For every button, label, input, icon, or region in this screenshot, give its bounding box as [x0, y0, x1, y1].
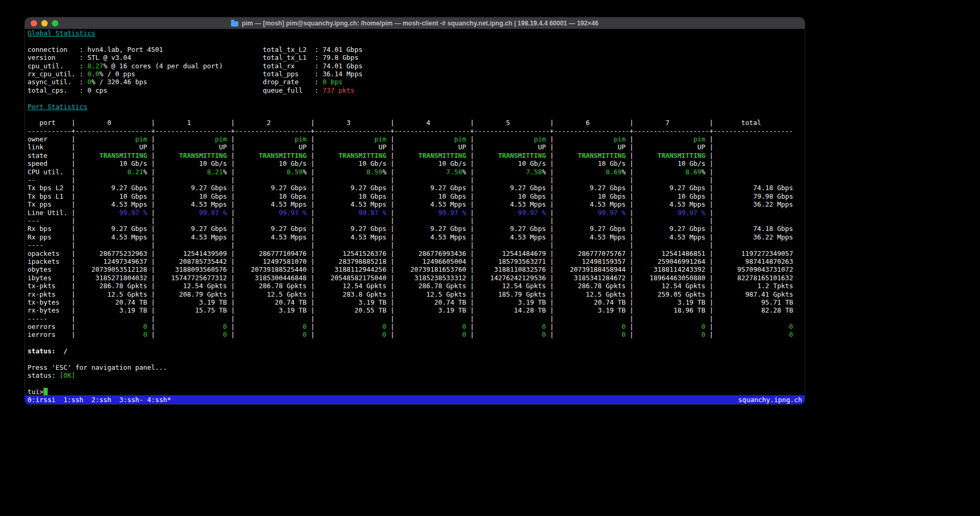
- cell-value: 18.96 TB: [673, 306, 705, 314]
- column-separator: |: [466, 290, 474, 298]
- column-separator: |: [227, 265, 235, 273]
- column-separator: |: [386, 282, 394, 290]
- cell-value: 10 Gbps: [199, 192, 227, 200]
- port-stats-row: CPU util. | 8.21% | 8.21% | 8.59% | 8.59…: [28, 168, 802, 176]
- column-separator: |: [466, 323, 474, 331]
- column-separator: |: [546, 290, 554, 298]
- row-label: speed: [28, 159, 72, 167]
- column-separator: |: [626, 217, 634, 225]
- blank-line: [28, 111, 802, 119]
- cell-value: 36.22 Mpps: [753, 200, 793, 208]
- cell-value: 15747725677312: [171, 274, 227, 282]
- column-separator: |: [546, 298, 554, 306]
- column-separator: |: [546, 176, 554, 184]
- cell-value: 82278165101632: [737, 274, 793, 282]
- column-separator: |: [307, 250, 315, 257]
- port-stats-row: ierrors | 0 | 0 | 0 | 0 | 0 | 0 | 0 | 0 …: [28, 331, 802, 339]
- port-stats-row: Rx pps | 4.53 Mpps | 4.53 Mpps | 4.53 Mp…: [28, 233, 802, 241]
- cell-value: %: [462, 168, 466, 176]
- column-separator: |: [227, 274, 235, 282]
- column-header: 7: [634, 119, 705, 127]
- cell-value: 9.27 Gbps: [271, 184, 307, 192]
- cell-value: 9.27 Gbps: [670, 225, 706, 233]
- port-stats-row: rx-pkts | 12.5 Gpkts | 208.79 Gpkts | 12…: [28, 290, 802, 298]
- column-separator: |: [706, 315, 714, 323]
- prompt-line[interactable]: tui>: [28, 388, 802, 395]
- status-ok-value: [OK]: [59, 371, 75, 379]
- cell-value: pim: [534, 135, 546, 143]
- tmux-window-item[interactable]: 1:ssh: [64, 396, 87, 404]
- cell-value: 9.27 Gbps: [271, 225, 307, 233]
- cell-value: 9.27 Gbps: [430, 184, 466, 192]
- cell-value: 4.53 Mpps: [430, 200, 466, 208]
- row-label: -----: [28, 315, 72, 323]
- cell-value: 0: [462, 331, 466, 339]
- cell-value: %: [701, 168, 706, 176]
- minimize-button[interactable]: [41, 20, 48, 26]
- column-separator: |: [147, 233, 155, 241]
- window-titlebar[interactable]: pim — [mosh] pim@squanchy.ipng.ch: /home…: [25, 17, 805, 29]
- zoom-button[interactable]: [52, 20, 58, 26]
- column-separator: |: [307, 315, 315, 323]
- cell-value: UP: [538, 143, 546, 151]
- cell-value: 9.27 Gbps: [590, 225, 626, 233]
- column-separator: |: [386, 274, 394, 282]
- cell-value: 0: [143, 331, 147, 339]
- column-separator: |: [147, 119, 155, 127]
- global-stats-line: rx_cpu_util. : 0.0% / 0 pps total_pps : …: [28, 70, 802, 78]
- stat-label: rx_cpu_util. :: [28, 70, 87, 78]
- column-separator: |: [466, 265, 474, 273]
- stat-label: cpu_util. :: [28, 62, 87, 70]
- column-separator: |: [546, 331, 554, 339]
- row-label: rx-pkts: [28, 290, 72, 298]
- cell-value: 10 Gbps: [359, 192, 387, 200]
- terminal-content[interactable]: Global Statisticsconnection : hvn4.lab, …: [25, 29, 805, 395]
- stat-value: 79.8 Gbps: [323, 54, 359, 61]
- cell-value: 4.53 Mpps: [111, 233, 147, 241]
- stat-value: % / 320.46 bps: [91, 78, 147, 86]
- column-separator: |: [706, 290, 714, 298]
- cell-value: 9.27 Gbps: [191, 225, 227, 233]
- column-separator: |: [147, 257, 155, 265]
- close-button[interactable]: [31, 20, 37, 26]
- tmux-window-item[interactable]: 4:ssh*: [147, 396, 171, 404]
- column-separator: |: [386, 135, 394, 143]
- cell-value: 99.97 %: [199, 209, 227, 217]
- global-stats-heading: Global Statistics: [28, 29, 802, 37]
- column-separator: |: [147, 323, 155, 331]
- cell-value: 3.19 TB: [279, 306, 307, 314]
- column-separator: |: [227, 225, 235, 233]
- cell-value: 185793563271: [498, 257, 546, 265]
- row-label: state: [28, 152, 72, 159]
- column-separator: |: [466, 159, 474, 167]
- cell-value: 286777109476: [259, 250, 307, 257]
- column-separator: |: [307, 233, 315, 241]
- column-separator: |: [706, 257, 714, 265]
- column-separator: |: [307, 282, 315, 290]
- column-separator: |: [386, 200, 394, 208]
- column-separator: |: [546, 152, 554, 159]
- cell-value: 12.5 Gpkts: [426, 290, 466, 298]
- column-separator: |: [626, 290, 634, 298]
- cell-value: 20.74 TB: [115, 298, 147, 306]
- column-separator: |: [466, 298, 474, 306]
- column-separator: |: [546, 209, 554, 217]
- cell-value: 259.05 Gpkts: [657, 290, 705, 298]
- row-label: Tx bps L1: [28, 192, 72, 200]
- cell-value: 99.97 %: [359, 209, 387, 217]
- column-separator: |: [466, 143, 474, 151]
- cell-value: 10 Gb/s: [598, 159, 626, 167]
- column-separator: |: [706, 159, 714, 167]
- cell-value: 286.78 Gpkts: [99, 282, 147, 290]
- tmux-window-item[interactable]: 0:irssi: [28, 396, 59, 404]
- column-separator: |: [706, 331, 714, 339]
- column-separator: |: [307, 168, 315, 176]
- column-separator: |: [307, 241, 315, 249]
- cell-value: 95709043731072: [737, 265, 793, 273]
- column-header: 4: [394, 119, 466, 127]
- column-header: 0: [75, 119, 147, 127]
- tmux-window-item[interactable]: 2:ssh: [91, 396, 115, 404]
- global-stats-line: cpu_util. : 8.27% @ 16 cores (4 per dual…: [28, 62, 802, 70]
- cell-value: 0: [621, 331, 626, 339]
- tmux-window-item[interactable]: 3:ssh-: [119, 396, 143, 404]
